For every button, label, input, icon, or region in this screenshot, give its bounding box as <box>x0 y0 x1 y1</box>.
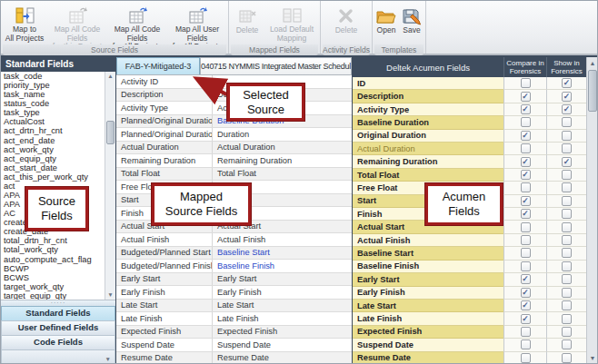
list-item[interactable]: act_work_qty <box>1 145 115 154</box>
list-item[interactable]: task_name <box>1 90 115 99</box>
show-checkbox[interactable] <box>562 196 572 206</box>
list-item[interactable]: status_code <box>1 99 115 108</box>
map-all-user-fields-all-projects-button[interactable]: Map All User Fieldsfor All Projects <box>167 4 227 44</box>
delete-mapped-button[interactable]: Delete <box>230 4 264 44</box>
compare-checkbox[interactable]: ✓ <box>521 131 531 141</box>
compare-checkbox[interactable]: ✓ <box>521 288 531 298</box>
mapped-field-cell[interactable]: Remaining Duration <box>213 154 352 167</box>
list-item[interactable]: total_drtn_hr_cnt <box>1 236 115 245</box>
compare-checkbox[interactable] <box>521 143 531 153</box>
compare-checkbox[interactable] <box>521 248 531 258</box>
mapped-field-cell[interactable]: Expected Finish <box>213 326 352 339</box>
compare-checkbox[interactable] <box>521 235 531 245</box>
show-checkbox[interactable]: ✓ <box>562 157 572 167</box>
show-checkbox[interactable] <box>562 353 572 363</box>
compare-cell: ✓ <box>503 312 546 325</box>
compare-checkbox[interactable] <box>521 222 531 232</box>
mapped-field-cell[interactable]: Baseline Finish <box>213 260 352 272</box>
save-template-button[interactable]: Save <box>399 4 424 44</box>
show-checkbox[interactable] <box>562 327 572 337</box>
sidebar-tab-code-fields[interactable]: Code Fields <box>1 335 115 349</box>
list-item[interactable]: total_work_qty <box>1 245 115 254</box>
open-template-button[interactable]: Open <box>374 4 399 44</box>
show-checkbox[interactable] <box>562 170 572 180</box>
list-item[interactable]: act_equip_qty <box>1 154 115 163</box>
map-all-code-fields-this-project-button[interactable]: Map All Code Fieldsfor this Project <box>47 4 107 44</box>
scroll-up-icon[interactable]: ▲ <box>105 72 115 81</box>
mapped-field-cell[interactable]: Early Start <box>213 273 352 286</box>
compare-checkbox[interactable]: ✓ <box>521 92 531 102</box>
compare-checkbox[interactable] <box>521 261 531 271</box>
mapped-field-cell[interactable]: Actual Duration <box>213 142 352 154</box>
scroll-down-icon[interactable]: ▼ <box>587 353 598 364</box>
show-checkbox[interactable]: ✓ <box>562 78 572 88</box>
compare-checkbox[interactable] <box>521 182 531 192</box>
mapped-field-cell[interactable]: Actual Finish <box>213 233 352 246</box>
compare-checkbox[interactable] <box>521 78 531 88</box>
list-item[interactable]: act_drtn_hr_cnt <box>1 126 115 135</box>
show-checkbox[interactable] <box>562 209 572 219</box>
mapped-field-cell[interactable]: Suspend Date <box>213 339 352 351</box>
compare-checkbox[interactable]: ✓ <box>521 209 531 219</box>
compare-checkbox[interactable]: ✓ <box>521 104 531 114</box>
show-checkbox[interactable]: ✓ <box>562 104 572 114</box>
show-checkbox[interactable] <box>562 235 572 245</box>
show-checkbox[interactable] <box>562 117 572 127</box>
sidebar-scrollbar[interactable]: ▲ ▼ <box>105 72 115 300</box>
compare-checkbox[interactable]: ✓ <box>521 314 531 324</box>
list-item[interactable]: target_equip_qty <box>1 291 115 300</box>
show-checkbox[interactable]: ✓ <box>562 92 572 102</box>
show-checkbox[interactable] <box>562 182 572 192</box>
list-item[interactable]: auto_compute_act_flag <box>1 255 115 264</box>
map-to-all-projects-button[interactable]: Map toAll Projects <box>2 4 47 44</box>
sidebar-overflow-bar[interactable]: ▼ <box>1 349 115 364</box>
load-default-mapping-button[interactable]: Load DefaultMapping <box>264 4 319 44</box>
scroll-down-icon[interactable]: ▼ <box>105 290 115 300</box>
scrollbar-thumb[interactable] <box>588 70 597 112</box>
list-item[interactable]: task_type <box>1 108 115 117</box>
show-checkbox[interactable] <box>562 143 572 153</box>
mapped-field-cell[interactable]: Late Finish <box>213 312 352 325</box>
scrollbar-thumb[interactable] <box>106 121 115 144</box>
show-checkbox[interactable] <box>562 131 572 141</box>
list-item[interactable]: target_work_qty <box>1 282 115 291</box>
list-item[interactable]: BCWP <box>1 264 115 273</box>
show-checkbox[interactable] <box>562 274 572 284</box>
list-item[interactable]: BCWS <box>1 273 115 282</box>
mapped-field-cell[interactable]: Early Finish <box>213 286 352 299</box>
compare-checkbox[interactable]: ✓ <box>521 300 531 310</box>
sidebar-tab-standard-fields[interactable]: Standard Fields <box>1 306 115 320</box>
list-item[interactable]: act_end_date <box>1 136 115 145</box>
mapped-field-cell[interactable]: Late Start <box>213 300 352 312</box>
compare-checkbox[interactable]: ✓ <box>521 274 531 284</box>
mapped-field-cell[interactable]: Total Float <box>213 168 352 181</box>
map-all-code-fields-all-projects-button[interactable]: Map All Code Fieldsfor All Projects <box>107 4 167 44</box>
compare-checkbox[interactable]: ✓ <box>521 196 531 206</box>
compare-checkbox[interactable] <box>521 339 531 349</box>
list-item[interactable]: priority_type <box>1 81 115 90</box>
show-checkbox[interactable] <box>562 222 572 232</box>
mapped-field-cell[interactable]: Duration <box>213 128 352 141</box>
compare-checkbox[interactable] <box>521 117 531 127</box>
show-checkbox[interactable] <box>562 314 572 324</box>
mapped-field-cell[interactable]: Resume Date <box>213 352 352 364</box>
show-checkbox[interactable] <box>562 339 572 349</box>
compare-checkbox[interactable] <box>521 327 531 337</box>
list-item[interactable]: act_this_per_work_qty <box>1 172 115 182</box>
show-checkbox[interactable] <box>562 248 572 258</box>
compare-checkbox[interactable]: ✓ <box>521 157 531 167</box>
mapped-field-cell[interactable]: Baseline Start <box>213 247 352 260</box>
compare-checkbox[interactable] <box>521 353 531 363</box>
acumen-scrollbar[interactable]: ▲ ▼ <box>586 57 598 364</box>
show-checkbox[interactable] <box>562 300 572 310</box>
scroll-up-icon[interactable]: ▲ <box>587 58 598 69</box>
list-item[interactable]: ActualCost <box>1 117 115 126</box>
list-item[interactable]: task_code <box>1 72 115 81</box>
sidebar-tab-user-defined-fields[interactable]: User Defined Fields <box>1 320 115 335</box>
table-row: Budgeted/Planned FinishBaseline Finish <box>116 260 352 273</box>
delete-activity-button[interactable]: Delete <box>326 4 366 44</box>
list-item[interactable]: act_start_date <box>1 163 115 172</box>
show-checkbox[interactable] <box>562 261 572 271</box>
show-checkbox[interactable] <box>562 288 572 298</box>
compare-checkbox[interactable]: ✓ <box>521 170 531 180</box>
